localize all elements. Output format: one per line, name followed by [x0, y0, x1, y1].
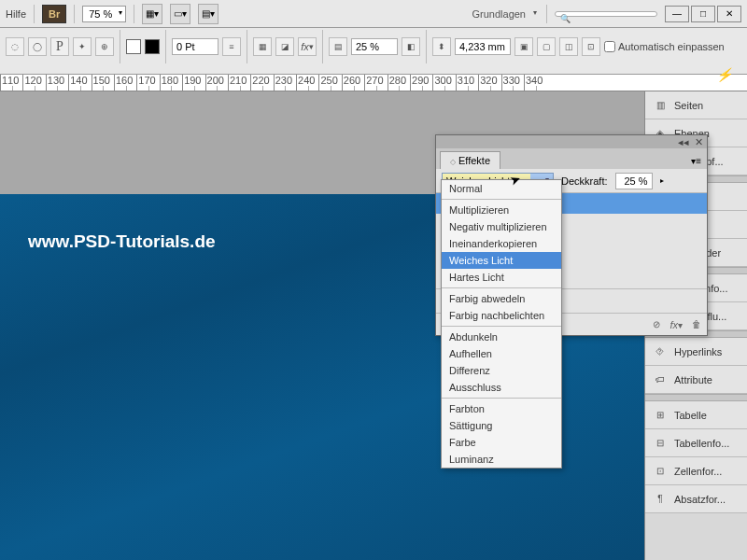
ruler-tick: 170 [136, 75, 159, 91]
panel-icon: ⊞ [653, 409, 668, 422]
ruler-tick: 200 [205, 75, 228, 91]
blend-option[interactable]: Sättigung [442, 417, 561, 434]
separator [165, 30, 166, 63]
zoom-select[interactable]: 75 % [82, 6, 126, 22]
tool-icon[interactable]: ⊕ [95, 37, 114, 56]
panel-button-tabelle[interactable]: ⊞Tabelle [645, 401, 747, 429]
ruler-tick: 280 [388, 75, 410, 91]
search-input[interactable] [555, 11, 657, 17]
screen-mode-icon[interactable]: ▭▾ [170, 4, 190, 24]
fit-icon[interactable]: ◫ [559, 37, 578, 56]
ruler-tick: 140 [68, 75, 91, 91]
tool-icon[interactable]: ◯ [28, 37, 47, 56]
drop-shadow-icon[interactable]: ◪ [275, 37, 294, 56]
workspace-select[interactable]: Grundlagen [467, 7, 540, 21]
close-button[interactable]: ✕ [717, 6, 741, 22]
dropdown-separator [442, 326, 561, 327]
stroke-weight-field[interactable]: 0 Pt [172, 38, 218, 55]
tool-icon[interactable]: ◌ [6, 37, 24, 56]
blend-option[interactable]: Ausschluss [442, 379, 561, 396]
effects-tab[interactable]: Effekte [440, 151, 500, 169]
arrange-icon[interactable]: ▤▾ [198, 4, 218, 24]
ruler-tick: 130 [46, 75, 68, 91]
blend-option[interactable]: Differenz [442, 362, 561, 379]
blend-option[interactable]: Hartes Licht [442, 269, 561, 286]
blend-option[interactable]: Normal [442, 180, 561, 197]
ruler-tick: 270 [364, 75, 387, 91]
panel-icon: ⊡ [653, 465, 668, 478]
panel-header[interactable]: ◂◂✕ [436, 135, 707, 148]
blend-option[interactable]: Multiplizieren [442, 202, 561, 218]
ruler-tick: 310 [456, 75, 478, 91]
maximize-button[interactable]: □ [691, 6, 715, 22]
effects-icon[interactable]: ▦ [253, 37, 272, 56]
ruler-tick: 110 [0, 75, 22, 91]
wrap-icon[interactable]: ▤ [329, 37, 347, 56]
opacity-field[interactable]: 25 % [615, 173, 653, 189]
quick-apply-icon[interactable]: ⚡ [716, 67, 741, 82]
ruler-tick: 160 [114, 75, 136, 91]
ruler-tick: 260 [342, 75, 364, 91]
view-options-icon[interactable]: ▦▾ [142, 4, 162, 24]
fill-swatch[interactable] [126, 39, 141, 54]
clear-icon[interactable]: ⊘ [653, 319, 660, 329]
panel-button-attribute[interactable]: 🏷Attribute [645, 366, 747, 394]
blend-option[interactable]: Ineinanderkopieren [442, 235, 561, 252]
top-menubar: Hilfe Br 75 % ▦▾ ▭▾ ▤▾ Grundlagen — □ ✕ [0, 0, 747, 28]
autofit-label: Automatisch einpassen [618, 41, 725, 52]
panel-label: Tabellenfo... [674, 438, 729, 449]
ruler-tick: 300 [432, 75, 455, 91]
trash-icon[interactable]: 🗑 [692, 319, 701, 329]
fitting-icon[interactable]: ⬍ [432, 37, 451, 56]
panel-button-absatzfor[interactable]: ¶Absatzfor... [645, 485, 747, 513]
tool-icon[interactable]: ✦ [73, 37, 92, 56]
blend-option[interactable]: Farbe [442, 434, 561, 451]
fit-icon[interactable]: ▢ [537, 37, 556, 56]
panel-button-seiten[interactable]: ▥Seiten [645, 91, 747, 119]
fit-icon[interactable]: ▣ [514, 37, 533, 56]
dropdown-separator [442, 287, 561, 288]
help-menu[interactable]: Hilfe [6, 8, 26, 20]
bridge-button[interactable]: Br [42, 5, 66, 23]
panel-button-hyperlinks[interactable]: ⯑Hyperlinks [645, 338, 747, 366]
fit-icon[interactable]: ⊡ [582, 37, 600, 56]
ruler-tick: 120 [22, 75, 45, 91]
panel-menu-icon[interactable]: ▾≡ [685, 153, 707, 169]
blend-option[interactable]: Abdunkeln [442, 329, 561, 345]
fx-icon[interactable]: fx▾ [669, 319, 683, 330]
panel-tabs: Effekte ▾≡ [436, 148, 707, 169]
panel-label: Hyperlinks [674, 346, 722, 357]
dropdown-separator [442, 199, 561, 200]
close-icon[interactable]: ✕ [695, 136, 703, 148]
ruler-tick: 150 [92, 75, 114, 91]
autofit-checkbox[interactable]: Automatisch einpassen [604, 41, 725, 52]
blend-option[interactable]: Farbig nachbelichten [442, 307, 561, 324]
blend-option[interactable]: Farbton [442, 400, 561, 417]
panel-icon: ¶ [653, 493, 668, 506]
blend-option[interactable]: Luminanz [442, 451, 561, 468]
dropdown-separator [442, 398, 561, 399]
panel-label: Seiten [674, 100, 703, 111]
divider [74, 5, 75, 23]
width-field[interactable]: 4,233 mm [455, 38, 511, 55]
stroke-swatch[interactable] [145, 39, 160, 54]
panel-button-tabellenfo[interactable]: ⊟Tabellenfo... [645, 429, 747, 457]
panel-label: Zellenfor... [674, 466, 722, 477]
collapse-icon[interactable]: ◂◂ [678, 136, 689, 148]
opacity-slider-icon[interactable]: ▸ [660, 176, 664, 185]
panel-label: Attribute [674, 374, 712, 385]
options-bar: ◌ ◯ P ✦ ⊕ 0 Pt ≡ ▦ ◪ fx▾ ▤ 25 % ◧ ⬍ 4,23… [0, 28, 747, 75]
blend-option[interactable]: Farbig abwedeln [442, 290, 561, 307]
blend-option[interactable]: Weiches Licht [442, 252, 561, 269]
corner-icon[interactable]: ◧ [402, 37, 420, 56]
paragraph-icon[interactable]: P [50, 37, 69, 56]
blend-option[interactable]: Negativ multiplizieren [442, 218, 561, 235]
panel-label: Absatzfor... [674, 494, 726, 505]
fx-icon[interactable]: fx▾ [298, 37, 317, 56]
blend-option[interactable]: Aufhellen [442, 345, 561, 362]
stroke-style-icon[interactable]: ≡ [222, 37, 241, 56]
panel-button-zellenfor[interactable]: ⊡Zellenfor... [645, 457, 747, 485]
minimize-button[interactable]: — [665, 6, 689, 22]
percent-field[interactable]: 25 % [351, 38, 398, 55]
ruler-tick: 220 [250, 75, 273, 91]
